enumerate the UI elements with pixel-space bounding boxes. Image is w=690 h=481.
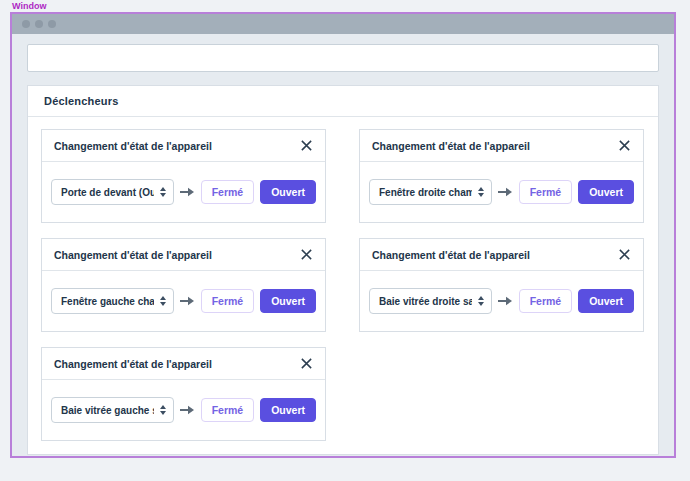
trigger-card-title: Changement d'état de l'appareil bbox=[372, 140, 530, 152]
device-select-value: Baie vitrée gauche salon (... bbox=[61, 405, 154, 416]
trigger-card-body: Fenêtre droite chambre ... Fermé Ouvert bbox=[360, 162, 643, 222]
state-ferme-button[interactable]: Fermé bbox=[201, 289, 255, 313]
device-select-value: Fenêtre droite chambre ... bbox=[379, 187, 472, 198]
close-icon[interactable] bbox=[618, 248, 631, 261]
trigger-card-header: Changement d'état de l'appareil bbox=[42, 239, 325, 271]
state-ferme-button[interactable]: Fermé bbox=[201, 398, 255, 422]
select-spinner-icon bbox=[478, 187, 484, 197]
window-content: Déclencheurs Changement d'état de l'appa… bbox=[12, 34, 674, 455]
window-control-dot[interactable] bbox=[35, 20, 43, 28]
state-ouvert-button[interactable]: Ouvert bbox=[578, 180, 634, 204]
select-spinner-icon bbox=[160, 405, 166, 415]
arrow-right-icon bbox=[498, 296, 513, 306]
device-select-value: Fenêtre gauche chambre ... bbox=[61, 296, 154, 307]
trigger-card-header: Changement d'état de l'appareil bbox=[42, 348, 325, 380]
select-spinner-icon bbox=[160, 296, 166, 306]
state-ferme-button[interactable]: Fermé bbox=[519, 289, 573, 313]
trigger-card-body: Porte de devant (Ouvertu.. Fermé Ouvert bbox=[42, 162, 325, 222]
window-titlebar[interactable] bbox=[12, 14, 674, 34]
trigger-card: Changement d'état de l'appareil Fenêtre … bbox=[359, 129, 644, 223]
window-label: Window bbox=[12, 1, 46, 11]
app-window: Déclencheurs Changement d'état de l'appa… bbox=[10, 12, 676, 458]
trigger-card-header: Changement d'état de l'appareil bbox=[360, 239, 643, 271]
arrow-right-icon bbox=[180, 187, 195, 197]
select-spinner-icon bbox=[160, 187, 166, 197]
state-ouvert-button[interactable]: Ouvert bbox=[260, 289, 316, 313]
device-select-value: Baie vitrée droite salon (... bbox=[379, 296, 472, 307]
trigger-card-body: Fenêtre gauche chambre ... Fermé Ouvert bbox=[42, 271, 325, 331]
trigger-card-title: Changement d'état de l'appareil bbox=[54, 358, 212, 370]
device-select[interactable]: Porte de devant (Ouvertu.. bbox=[51, 179, 174, 205]
trigger-card: Changement d'état de l'appareil Baie vit… bbox=[41, 347, 326, 441]
trigger-card-title: Changement d'état de l'appareil bbox=[54, 140, 212, 152]
device-select-value: Porte de devant (Ouvertu.. bbox=[61, 187, 154, 198]
device-select[interactable]: Baie vitrée droite salon (... bbox=[369, 288, 492, 314]
state-ouvert-button[interactable]: Ouvert bbox=[260, 398, 316, 422]
state-ferme-button[interactable]: Fermé bbox=[201, 180, 255, 204]
trigger-card-title: Changement d'état de l'appareil bbox=[54, 249, 212, 261]
arrow-right-icon bbox=[180, 405, 195, 415]
window-control-dot[interactable] bbox=[22, 20, 30, 28]
arrow-right-icon bbox=[180, 296, 195, 306]
trigger-card: Changement d'état de l'appareil Porte de… bbox=[41, 129, 326, 223]
close-icon[interactable] bbox=[300, 357, 313, 370]
state-ouvert-button[interactable]: Ouvert bbox=[578, 289, 634, 313]
close-icon[interactable] bbox=[618, 139, 631, 152]
close-icon[interactable] bbox=[300, 248, 313, 261]
state-ouvert-button[interactable]: Ouvert bbox=[260, 180, 316, 204]
trigger-card-header: Changement d'état de l'appareil bbox=[360, 130, 643, 162]
triggers-panel-title: Déclencheurs bbox=[28, 86, 658, 117]
trigger-card-header: Changement d'état de l'appareil bbox=[42, 130, 325, 162]
device-select[interactable]: Fenêtre droite chambre ... bbox=[369, 179, 492, 205]
window-control-dot[interactable] bbox=[48, 20, 56, 28]
trigger-card-body: Baie vitrée droite salon (... Fermé Ouve… bbox=[360, 271, 643, 331]
text-input[interactable] bbox=[27, 44, 659, 72]
trigger-card: Changement d'état de l'appareil Fenêtre … bbox=[41, 238, 326, 332]
state-ferme-button[interactable]: Fermé bbox=[519, 180, 573, 204]
trigger-cards-grid: Changement d'état de l'appareil Porte de… bbox=[28, 117, 658, 454]
select-spinner-icon bbox=[478, 296, 484, 306]
close-icon[interactable] bbox=[300, 139, 313, 152]
trigger-card-body: Baie vitrée gauche salon (... Fermé Ouve… bbox=[42, 380, 325, 440]
trigger-card-title: Changement d'état de l'appareil bbox=[372, 249, 530, 261]
arrow-right-icon bbox=[498, 187, 513, 197]
device-select[interactable]: Fenêtre gauche chambre ... bbox=[51, 288, 174, 314]
device-select[interactable]: Baie vitrée gauche salon (... bbox=[51, 397, 174, 423]
trigger-card: Changement d'état de l'appareil Baie vit… bbox=[359, 238, 644, 332]
triggers-panel: Déclencheurs Changement d'état de l'appa… bbox=[27, 85, 659, 455]
